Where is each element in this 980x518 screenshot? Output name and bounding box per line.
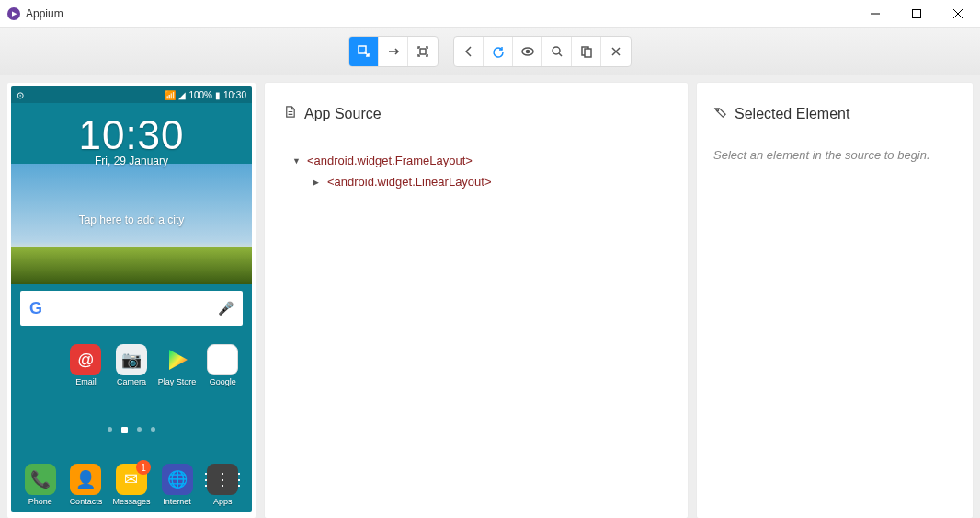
app-label: Phone bbox=[28, 497, 52, 506]
app-item-messages: ✉1Messages bbox=[109, 464, 154, 506]
svg-point-8 bbox=[553, 47, 560, 54]
weather-hint: Tap here to add a city bbox=[11, 213, 252, 226]
action-group bbox=[453, 36, 632, 67]
app-icon: 📞 bbox=[25, 464, 56, 495]
google-logo: G bbox=[29, 299, 42, 318]
battery-icon: ▮ bbox=[215, 90, 221, 100]
app-label: Google bbox=[210, 377, 236, 386]
device-screenshot[interactable]: ⊙ 📶 ◢ 100% ▮ 10:30 10:30 Fri, 29 January… bbox=[11, 86, 252, 512]
app-icon bbox=[162, 344, 193, 375]
main-area: ⊙ 📶 ◢ 100% ▮ 10:30 10:30 Fri, 29 January… bbox=[0, 75, 980, 518]
app-label: Play Store bbox=[158, 377, 197, 386]
tree-root-row[interactable]: ▼ <android.widget.FrameLayout> bbox=[292, 150, 669, 171]
swipe-mode-button[interactable] bbox=[379, 37, 408, 66]
wifi-icon: 📶 bbox=[165, 90, 176, 100]
caret-down-icon[interactable]: ▼ bbox=[292, 156, 302, 166]
tap-mode-button[interactable] bbox=[408, 37, 438, 66]
tree-child-row[interactable]: ▶ <android.widget.LinearLayout> bbox=[313, 171, 669, 192]
app-icon: ⋮⋮⋮ bbox=[207, 464, 238, 495]
tree-node: <android.widget.LinearLayout> bbox=[327, 175, 492, 189]
signal-icon: ◢ bbox=[178, 90, 186, 100]
app-icon: ✉1 bbox=[116, 464, 147, 495]
selected-element-panel: Selected Element Select an element in th… bbox=[697, 83, 973, 518]
app-label: Contacts bbox=[70, 497, 103, 506]
window-title: Appium bbox=[26, 7, 63, 20]
app-icon: 👤 bbox=[70, 464, 101, 495]
selected-element-hint: Select an element in the source to begin… bbox=[713, 148, 956, 162]
app-item-play-store: Play Store bbox=[155, 344, 199, 386]
app-item-google: Google bbox=[200, 344, 245, 386]
device-status-bar: ⊙ 📶 ◢ 100% ▮ 10:30 bbox=[11, 86, 252, 103]
svg-rect-10 bbox=[585, 49, 591, 57]
app-source-title: App Source bbox=[304, 106, 382, 122]
app-icon bbox=[207, 344, 238, 375]
copy-xml-button[interactable] bbox=[572, 37, 601, 66]
status-time: 10:30 bbox=[223, 90, 246, 100]
mic-icon: 🎤 bbox=[218, 301, 234, 316]
app-item-contacts: 👤Contacts bbox=[64, 464, 108, 506]
file-icon bbox=[283, 105, 297, 122]
app-item-apps: ⋮⋮⋮Apps bbox=[200, 464, 245, 506]
back-button[interactable] bbox=[454, 37, 484, 66]
device-screenshot-panel: ⊙ 📶 ◢ 100% ▮ 10:30 10:30 Fri, 29 January… bbox=[7, 83, 256, 518]
app-item-phone: 📞Phone bbox=[18, 464, 63, 506]
tree-node: <android.widget.FrameLayout> bbox=[307, 154, 473, 167]
page-indicator bbox=[11, 427, 252, 433]
app-label: Internet bbox=[163, 497, 191, 506]
app-label: Camera bbox=[117, 377, 146, 386]
title-bar: Appium bbox=[0, 0, 980, 28]
app-item-camera: 📷Camera bbox=[109, 344, 154, 386]
app-icon: 🌐 bbox=[162, 464, 193, 495]
refresh-button[interactable] bbox=[484, 37, 513, 66]
search-button[interactable] bbox=[542, 37, 572, 66]
app-icon bbox=[7, 7, 20, 20]
quit-button[interactable] bbox=[601, 37, 631, 66]
lockscreen-time: 10:30 bbox=[11, 112, 252, 158]
svg-point-7 bbox=[526, 50, 529, 52]
app-item-email: @Email bbox=[64, 344, 108, 386]
close-button[interactable] bbox=[937, 1, 978, 27]
app-icon: 📷 bbox=[116, 344, 147, 375]
app-icon: @ bbox=[70, 344, 101, 375]
svg-rect-1 bbox=[912, 9, 920, 17]
lockscreen-date: Fri, 29 January bbox=[11, 155, 252, 167]
minimize-button[interactable] bbox=[854, 1, 895, 27]
svg-rect-5 bbox=[420, 49, 426, 54]
google-search-widget: G 🎤 bbox=[20, 291, 243, 326]
app-label: Messages bbox=[112, 497, 150, 506]
caret-right-icon[interactable]: ▶ bbox=[313, 178, 322, 187]
maximize-button[interactable] bbox=[895, 1, 937, 27]
selected-element-title: Selected Element bbox=[735, 106, 849, 122]
tag-icon bbox=[713, 105, 727, 122]
app-label: Email bbox=[75, 377, 97, 386]
app-source-panel: App Source ▼ <android.widget.FrameLayout… bbox=[265, 83, 688, 518]
app-item-internet: 🌐Internet bbox=[155, 464, 199, 506]
svg-point-11 bbox=[717, 109, 719, 111]
mode-group bbox=[348, 36, 439, 67]
status-left-icon: ⊙ bbox=[17, 90, 24, 100]
notification-badge: 1 bbox=[136, 460, 151, 475]
battery-label: 100% bbox=[188, 90, 212, 100]
app-label: Apps bbox=[213, 497, 233, 506]
recording-button[interactable] bbox=[513, 37, 542, 66]
toolbar bbox=[0, 28, 980, 75]
select-mode-button[interactable] bbox=[349, 37, 379, 66]
